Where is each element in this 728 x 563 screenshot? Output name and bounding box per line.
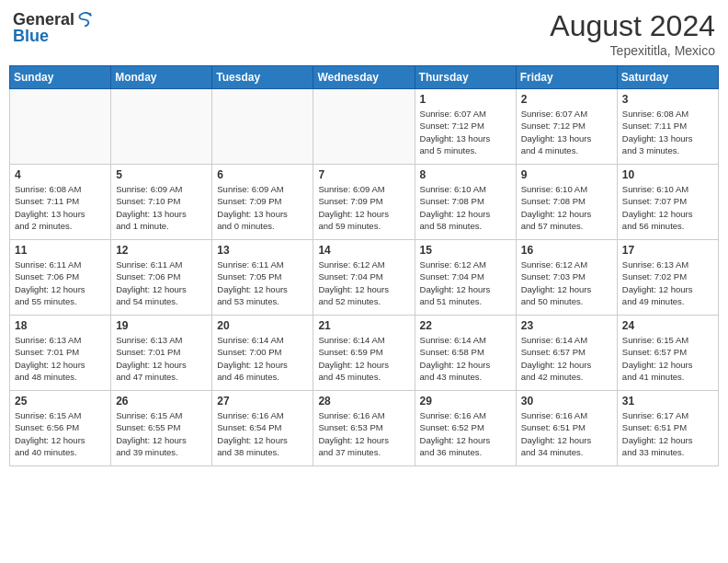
day-number: 16 — [521, 244, 612, 257]
calendar-day-cell: 31Sunrise: 6:17 AM Sunset: 6:51 PM Dayli… — [617, 391, 718, 466]
day-info: Sunrise: 6:14 AM Sunset: 7:00 PM Dayligh… — [217, 334, 308, 383]
calendar-day-cell: 22Sunrise: 6:14 AM Sunset: 6:58 PM Dayli… — [415, 316, 516, 391]
day-number: 19 — [116, 319, 207, 332]
calendar-week-row: 25Sunrise: 6:15 AM Sunset: 6:56 PM Dayli… — [10, 391, 719, 466]
title-block: August 2024 Tepexititla, Mexico — [550, 9, 715, 58]
day-info: Sunrise: 6:11 AM Sunset: 7:06 PM Dayligh… — [15, 259, 106, 307]
calendar-day-cell: 6Sunrise: 6:09 AM Sunset: 7:09 PM Daylig… — [212, 165, 313, 240]
calendar-day-cell: 18Sunrise: 6:13 AM Sunset: 7:01 PM Dayli… — [10, 316, 111, 391]
calendar-day-cell — [10, 89, 111, 165]
day-number: 30 — [521, 395, 612, 408]
day-info: Sunrise: 6:17 AM Sunset: 6:51 PM Dayligh… — [622, 409, 713, 458]
calendar-day-cell: 11Sunrise: 6:11 AM Sunset: 7:06 PM Dayli… — [10, 240, 111, 316]
days-of-week-row: SundayMondayTuesdayWednesdayThursdayFrid… — [10, 66, 719, 89]
day-info: Sunrise: 6:14 AM Sunset: 6:59 PM Dayligh… — [318, 334, 409, 383]
day-number: 24 — [622, 319, 713, 332]
calendar-day-cell — [212, 89, 313, 165]
day-of-week-header: Thursday — [415, 66, 516, 89]
calendar-week-row: 1Sunrise: 6:07 AM Sunset: 7:12 PM Daylig… — [10, 89, 719, 165]
calendar-day-cell: 20Sunrise: 6:14 AM Sunset: 7:00 PM Dayli… — [212, 316, 313, 391]
day-number: 20 — [217, 319, 308, 332]
day-info: Sunrise: 6:16 AM Sunset: 6:51 PM Dayligh… — [521, 409, 612, 458]
day-info: Sunrise: 6:16 AM Sunset: 6:54 PM Dayligh… — [217, 409, 308, 458]
day-number: 12 — [116, 244, 207, 257]
day-info: Sunrise: 6:10 AM Sunset: 7:07 PM Dayligh… — [622, 183, 713, 232]
day-number: 28 — [318, 395, 409, 408]
day-info: Sunrise: 6:09 AM Sunset: 7:10 PM Dayligh… — [116, 183, 207, 232]
day-info: Sunrise: 6:07 AM Sunset: 7:12 PM Dayligh… — [521, 108, 612, 156]
location-subtitle: Tepexititla, Mexico — [550, 43, 715, 58]
day-number: 15 — [420, 244, 511, 257]
calendar-day-cell — [111, 89, 212, 165]
day-number: 5 — [116, 168, 207, 181]
day-number: 23 — [521, 319, 612, 332]
day-info: Sunrise: 6:08 AM Sunset: 7:11 PM Dayligh… — [622, 108, 713, 156]
day-info: Sunrise: 6:09 AM Sunset: 7:09 PM Dayligh… — [217, 183, 308, 232]
day-info: Sunrise: 6:15 AM Sunset: 6:55 PM Dayligh… — [116, 409, 207, 458]
calendar-body: 1Sunrise: 6:07 AM Sunset: 7:12 PM Daylig… — [10, 89, 719, 466]
calendar-day-cell: 9Sunrise: 6:10 AM Sunset: 7:08 PM Daylig… — [516, 165, 617, 240]
day-number: 2 — [521, 93, 612, 106]
day-info: Sunrise: 6:10 AM Sunset: 7:08 PM Dayligh… — [420, 183, 511, 232]
calendar-day-cell: 29Sunrise: 6:16 AM Sunset: 6:52 PM Dayli… — [415, 391, 516, 466]
calendar-day-cell: 15Sunrise: 6:12 AM Sunset: 7:04 PM Dayli… — [415, 240, 516, 316]
day-number: 4 — [15, 168, 106, 181]
day-number: 22 — [420, 319, 511, 332]
day-info: Sunrise: 6:09 AM Sunset: 7:09 PM Dayligh… — [318, 183, 409, 232]
day-number: 18 — [15, 319, 106, 332]
calendar-day-cell: 17Sunrise: 6:13 AM Sunset: 7:02 PM Dayli… — [617, 240, 718, 316]
day-of-week-header: Saturday — [617, 66, 718, 89]
calendar-day-cell: 13Sunrise: 6:11 AM Sunset: 7:05 PM Dayli… — [212, 240, 313, 316]
calendar-header: SundayMondayTuesdayWednesdayThursdayFrid… — [10, 66, 719, 89]
calendar-week-row: 11Sunrise: 6:11 AM Sunset: 7:06 PM Dayli… — [10, 240, 719, 316]
day-number: 31 — [622, 395, 713, 408]
day-of-week-header: Friday — [516, 66, 617, 89]
day-number: 8 — [420, 168, 511, 181]
day-number: 17 — [622, 244, 713, 257]
calendar-day-cell: 19Sunrise: 6:13 AM Sunset: 7:01 PM Dayli… — [111, 316, 212, 391]
calendar-day-cell — [313, 89, 415, 165]
day-info: Sunrise: 6:14 AM Sunset: 6:57 PM Dayligh… — [521, 334, 612, 383]
day-number: 25 — [15, 395, 106, 408]
calendar-table: SundayMondayTuesdayWednesdayThursdayFrid… — [9, 65, 719, 466]
day-number: 1 — [420, 93, 511, 106]
calendar-day-cell: 23Sunrise: 6:14 AM Sunset: 6:57 PM Dayli… — [516, 316, 617, 391]
day-info: Sunrise: 6:15 AM Sunset: 6:56 PM Dayligh… — [15, 409, 106, 458]
day-number: 13 — [217, 244, 308, 257]
day-info: Sunrise: 6:13 AM Sunset: 7:02 PM Dayligh… — [622, 259, 713, 307]
day-number: 21 — [318, 319, 409, 332]
day-number: 14 — [318, 244, 409, 257]
day-info: Sunrise: 6:12 AM Sunset: 7:04 PM Dayligh… — [318, 259, 409, 307]
day-number: 29 — [420, 395, 511, 408]
calendar-week-row: 18Sunrise: 6:13 AM Sunset: 7:01 PM Dayli… — [10, 316, 719, 391]
day-number: 27 — [217, 395, 308, 408]
calendar-day-cell: 2Sunrise: 6:07 AM Sunset: 7:12 PM Daylig… — [516, 89, 617, 165]
calendar-day-cell: 21Sunrise: 6:14 AM Sunset: 6:59 PM Dayli… — [313, 316, 415, 391]
day-info: Sunrise: 6:14 AM Sunset: 6:58 PM Dayligh… — [420, 334, 511, 383]
logo: General Blue — [13, 9, 95, 44]
day-info: Sunrise: 6:07 AM Sunset: 7:12 PM Dayligh… — [420, 108, 511, 156]
day-info: Sunrise: 6:15 AM Sunset: 6:57 PM Dayligh… — [622, 334, 713, 383]
calendar-day-cell: 8Sunrise: 6:10 AM Sunset: 7:08 PM Daylig… — [415, 165, 516, 240]
calendar-day-cell: 16Sunrise: 6:12 AM Sunset: 7:03 PM Dayli… — [516, 240, 617, 316]
day-of-week-header: Wednesday — [313, 66, 415, 89]
logo-blue: Blue — [13, 28, 49, 44]
calendar-day-cell: 12Sunrise: 6:11 AM Sunset: 7:06 PM Dayli… — [111, 240, 212, 316]
day-info: Sunrise: 6:16 AM Sunset: 6:53 PM Dayligh… — [318, 409, 409, 458]
logo-general: General — [13, 11, 74, 28]
calendar-day-cell: 24Sunrise: 6:15 AM Sunset: 6:57 PM Dayli… — [617, 316, 718, 391]
day-number: 3 — [622, 93, 713, 106]
day-number: 6 — [217, 168, 308, 181]
day-number: 7 — [318, 168, 409, 181]
day-number: 26 — [116, 395, 207, 408]
day-info: Sunrise: 6:16 AM Sunset: 6:52 PM Dayligh… — [420, 409, 511, 458]
day-info: Sunrise: 6:11 AM Sunset: 7:05 PM Dayligh… — [217, 259, 308, 307]
day-info: Sunrise: 6:11 AM Sunset: 7:06 PM Dayligh… — [116, 259, 207, 307]
day-of-week-header: Tuesday — [212, 66, 313, 89]
day-info: Sunrise: 6:13 AM Sunset: 7:01 PM Dayligh… — [15, 334, 106, 383]
day-of-week-header: Monday — [111, 66, 212, 89]
calendar-day-cell: 27Sunrise: 6:16 AM Sunset: 6:54 PM Dayli… — [212, 391, 313, 466]
day-info: Sunrise: 6:13 AM Sunset: 7:01 PM Dayligh… — [116, 334, 207, 383]
logo-bird-icon — [74, 9, 95, 29]
calendar-day-cell: 1Sunrise: 6:07 AM Sunset: 7:12 PM Daylig… — [415, 89, 516, 165]
